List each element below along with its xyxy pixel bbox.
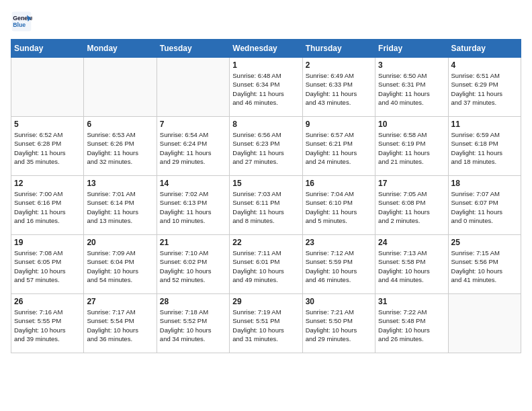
day-number: 12 [14,179,81,188]
calendar-week-row: 26Sunrise: 7:16 AMSunset: 5:55 PMDayligh… [11,294,521,353]
calendar-cell: 22Sunrise: 7:11 AMSunset: 6:01 PMDayligh… [230,235,302,294]
day-info: Sunrise: 6:52 AMSunset: 6:28 PMDaylight:… [14,130,81,166]
day-header-thursday: Thursday [302,40,375,58]
day-number: 24 [378,238,445,247]
calendar-cell: 15Sunrise: 7:03 AMSunset: 6:11 PMDayligh… [230,176,302,235]
day-info: Sunrise: 7:18 AMSunset: 5:52 PMDaylight:… [160,308,226,343]
day-number: 18 [451,179,518,188]
calendar-table: SundayMondayTuesdayWednesdayThursdayFrid… [11,39,521,353]
day-info: Sunrise: 6:48 AMSunset: 6:34 PMDaylight:… [232,71,299,107]
day-number: 5 [14,120,81,129]
day-number: 19 [14,238,81,247]
calendar-cell: 12Sunrise: 7:00 AMSunset: 6:16 PMDayligh… [11,176,84,235]
calendar-cell: 19Sunrise: 7:08 AMSunset: 6:05 PMDayligh… [11,235,84,294]
calendar-cell: 7Sunrise: 6:54 AMSunset: 6:24 PMDaylight… [157,117,229,176]
day-info: Sunrise: 7:21 AMSunset: 5:50 PMDaylight:… [306,308,372,343]
calendar-cell: 6Sunrise: 6:53 AMSunset: 6:26 PMDaylight… [84,117,157,176]
calendar-week-row: 5Sunrise: 6:52 AMSunset: 6:28 PMDaylight… [11,117,521,176]
day-number: 31 [378,297,445,306]
day-number: 7 [160,120,226,129]
day-number: 28 [160,297,226,306]
day-info: Sunrise: 7:13 AMSunset: 5:58 PMDaylight:… [378,248,445,284]
day-number: 2 [306,60,372,70]
day-number: 6 [87,120,153,129]
calendar-cell: 25Sunrise: 7:15 AMSunset: 5:56 PMDayligh… [448,235,521,294]
day-number: 27 [87,297,153,306]
day-number: 22 [232,238,299,247]
calendar-cell: 24Sunrise: 7:13 AMSunset: 5:58 PMDayligh… [375,235,448,294]
day-info: Sunrise: 6:56 AMSunset: 6:23 PMDaylight:… [232,130,299,166]
day-number: 25 [451,238,518,247]
day-number: 29 [232,297,299,306]
calendar-cell: 14Sunrise: 7:02 AMSunset: 6:13 PMDayligh… [157,176,229,235]
day-number: 20 [87,238,153,247]
calendar-cell: 1Sunrise: 6:48 AMSunset: 6:34 PMDaylight… [230,58,302,117]
calendar-cell [157,58,229,117]
day-info: Sunrise: 6:51 AMSunset: 6:29 PMDaylight:… [451,71,518,107]
day-number: 10 [378,120,445,129]
calendar-cell: 31Sunrise: 7:22 AMSunset: 5:48 PMDayligh… [375,294,448,353]
day-info: Sunrise: 6:59 AMSunset: 6:18 PMDaylight:… [451,130,518,166]
calendar-cell: 11Sunrise: 6:59 AMSunset: 6:18 PMDayligh… [448,117,521,176]
calendar-cell: 26Sunrise: 7:16 AMSunset: 5:55 PMDayligh… [11,294,84,353]
day-number: 13 [87,179,153,188]
day-header-monday: Monday [84,40,157,58]
day-number: 8 [232,120,299,129]
day-header-sunday: Sunday [11,40,84,58]
day-number: 16 [306,179,372,188]
day-info: Sunrise: 7:10 AMSunset: 6:02 PMDaylight:… [160,248,226,284]
day-info: Sunrise: 6:58 AMSunset: 6:19 PMDaylight:… [378,130,445,166]
day-number: 17 [378,179,445,188]
day-header-wednesday: Wednesday [230,40,302,58]
day-info: Sunrise: 6:54 AMSunset: 6:24 PMDaylight:… [160,130,226,166]
calendar-cell: 27Sunrise: 7:17 AMSunset: 5:54 PMDayligh… [84,294,157,353]
day-number: 21 [160,238,226,247]
day-info: Sunrise: 7:01 AMSunset: 6:14 PMDaylight:… [87,189,153,225]
calendar-cell: 10Sunrise: 6:58 AMSunset: 6:19 PMDayligh… [375,117,448,176]
day-info: Sunrise: 7:11 AMSunset: 6:01 PMDaylight:… [232,248,299,284]
day-info: Sunrise: 6:53 AMSunset: 6:26 PMDaylight:… [87,130,153,166]
day-info: Sunrise: 7:08 AMSunset: 6:05 PMDaylight:… [14,248,81,284]
day-number: 26 [14,297,81,306]
day-info: Sunrise: 7:05 AMSunset: 6:08 PMDaylight:… [378,189,445,225]
day-info: Sunrise: 7:07 AMSunset: 6:07 PMDaylight:… [451,189,518,225]
calendar-cell: 17Sunrise: 7:05 AMSunset: 6:08 PMDayligh… [375,176,448,235]
day-header-friday: Friday [375,40,448,58]
day-info: Sunrise: 7:03 AMSunset: 6:11 PMDaylight:… [232,189,299,225]
day-info: Sunrise: 7:17 AMSunset: 5:54 PMDaylight:… [87,308,153,343]
day-number: 1 [232,60,299,70]
day-number: 3 [378,60,445,70]
day-header-tuesday: Tuesday [157,40,229,58]
day-number: 23 [306,238,372,247]
calendar-cell: 3Sunrise: 6:50 AMSunset: 6:31 PMDaylight… [375,58,448,117]
calendar-header-row: SundayMondayTuesdayWednesdayThursdayFrid… [11,40,521,58]
day-info: Sunrise: 7:00 AMSunset: 6:16 PMDaylight:… [14,189,81,225]
calendar-cell: 9Sunrise: 6:57 AMSunset: 6:21 PMDaylight… [302,117,375,176]
day-info: Sunrise: 6:50 AMSunset: 6:31 PMDaylight:… [378,71,445,107]
logo: General Blue [11,11,32,32]
calendar-cell: 16Sunrise: 7:04 AMSunset: 6:10 PMDayligh… [302,176,375,235]
calendar-cell: 13Sunrise: 7:01 AMSunset: 6:14 PMDayligh… [84,176,157,235]
day-number: 9 [306,120,372,129]
calendar-cell: 20Sunrise: 7:09 AMSunset: 6:04 PMDayligh… [84,235,157,294]
calendar-week-row: 1Sunrise: 6:48 AMSunset: 6:34 PMDaylight… [11,58,521,117]
page-header: General Blue [11,11,521,32]
day-number: 15 [232,179,299,188]
calendar-cell [11,58,84,117]
calendar-cell: 18Sunrise: 7:07 AMSunset: 6:07 PMDayligh… [448,176,521,235]
calendar-week-row: 12Sunrise: 7:00 AMSunset: 6:16 PMDayligh… [11,176,521,235]
day-info: Sunrise: 6:49 AMSunset: 6:33 PMDaylight:… [306,71,372,107]
calendar-cell: 4Sunrise: 6:51 AMSunset: 6:29 PMDaylight… [448,58,521,117]
day-number: 30 [306,297,372,306]
day-info: Sunrise: 7:04 AMSunset: 6:10 PMDaylight:… [306,189,372,225]
day-info: Sunrise: 7:19 AMSunset: 5:51 PMDaylight:… [232,308,299,343]
calendar-cell: 28Sunrise: 7:18 AMSunset: 5:52 PMDayligh… [157,294,229,353]
calendar-cell: 23Sunrise: 7:12 AMSunset: 5:59 PMDayligh… [302,235,375,294]
day-info: Sunrise: 7:15 AMSunset: 5:56 PMDaylight:… [451,248,518,284]
calendar-cell: 2Sunrise: 6:49 AMSunset: 6:33 PMDaylight… [302,58,375,117]
calendar-week-row: 19Sunrise: 7:08 AMSunset: 6:05 PMDayligh… [11,235,521,294]
day-number: 11 [451,120,518,129]
day-number: 4 [451,60,518,70]
calendar-cell [448,294,521,353]
day-header-saturday: Saturday [448,40,521,58]
